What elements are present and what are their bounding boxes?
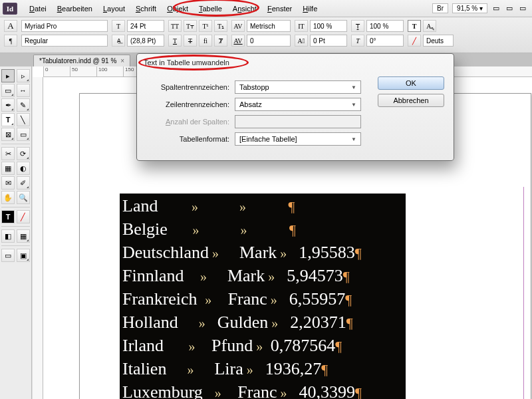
stroke-swatch[interactable]: ╱: [408, 35, 421, 47]
app-logo: Id: [3, 3, 17, 15]
screen-mode-icon[interactable]: ▭: [504, 3, 515, 14]
table-format-label: Tabellenformat:: [146, 135, 229, 143]
baseline-input[interactable]: 0 Pt: [310, 35, 347, 47]
vscale-input[interactable]: 100 %: [310, 20, 347, 32]
gradient-feather-tool[interactable]: ◐: [17, 162, 30, 175]
close-icon[interactable]: ×: [120, 57, 124, 65]
fill-color[interactable]: T: [1, 210, 15, 223]
superscript-button[interactable]: T¹: [199, 20, 212, 32]
ok-button[interactable]: OK: [378, 76, 444, 90]
allcaps-button[interactable]: TT: [168, 20, 182, 32]
direct-selection-tool[interactable]: ▹: [17, 69, 30, 82]
line-tool[interactable]: ╲: [17, 113, 30, 126]
rect-tool[interactable]: ▭: [17, 128, 30, 141]
hscale-input[interactable]: 100 %: [366, 20, 404, 32]
transform-tool[interactable]: ⟳: [17, 147, 30, 160]
stroke-color[interactable]: ╱: [17, 210, 30, 223]
page-tool[interactable]: ▭: [1, 84, 15, 97]
view-preview[interactable]: ▣: [17, 249, 30, 262]
zoom-tool[interactable]: 🔍: [17, 191, 30, 204]
strike-button[interactable]: T: [184, 35, 197, 47]
view-normal[interactable]: ▭: [1, 249, 15, 262]
leading-icon: A͟: [112, 35, 125, 47]
col-sep-select[interactable]: Tabstopp▼: [235, 80, 361, 94]
char-mode-button[interactable]: A: [4, 20, 17, 32]
gap-tool[interactable]: ↔: [17, 84, 30, 97]
menu-hilfe[interactable]: Hilfe: [297, 3, 323, 14]
nobreak-button[interactable]: T̷: [214, 35, 227, 47]
note-tool[interactable]: ✉: [1, 176, 15, 190]
hscale-icon: Ṯ: [351, 20, 364, 32]
font-size-input[interactable]: 24 Pt: [127, 20, 164, 32]
menu-objekt[interactable]: Objekt: [162, 3, 194, 14]
font-family-input[interactable]: Myriad Pro: [21, 20, 108, 32]
tracking-input[interactable]: 0: [247, 35, 291, 47]
num-cols-label: Anzahl der Spalten:: [146, 118, 229, 126]
arrange-icon[interactable]: ▭: [517, 3, 528, 14]
font-style-input[interactable]: Regular: [21, 35, 108, 47]
row-sep-select[interactable]: Absatz▼: [235, 98, 361, 111]
menu-tabelle[interactable]: Tabelle: [194, 3, 227, 14]
selection-tool[interactable]: ▸: [1, 69, 15, 82]
document-tab-title: *Tabulatoren.indd @ 91 %: [39, 57, 116, 65]
view-mode-icon[interactable]: ▭: [491, 3, 501, 14]
menu-ansicht[interactable]: Ansicht: [227, 3, 262, 14]
menu-bar: Id Datei Bearbeiten Layout Schrift Objek…: [0, 0, 532, 17]
menu-fenster[interactable]: Fenster: [262, 3, 297, 14]
col-sep-label: Spaltentrennzeichen:: [146, 83, 229, 91]
num-cols-input: [235, 115, 361, 128]
text-frame[interactable]: Land » » ¶Belgie » » ¶Deutschland » Mark…: [120, 194, 406, 399]
smallcaps-button[interactable]: Tᴛ: [184, 20, 197, 32]
baseline-icon: Aͣ: [295, 35, 308, 47]
menu-layout[interactable]: Layout: [98, 3, 130, 14]
control-strip: A ¶ Myriad Pro Regular T24 Pt A͟(28,8 Pt…: [0, 17, 532, 53]
pen-tool[interactable]: ✒: [1, 98, 15, 112]
underline-button[interactable]: T: [168, 35, 182, 47]
ligature-button[interactable]: fi: [199, 35, 212, 47]
charstyle-button[interactable]: A.✎: [423, 20, 436, 32]
tracking-icon: AV: [231, 35, 245, 47]
bridge-button[interactable]: Br: [432, 3, 448, 13]
rect-frame-tool[interactable]: ⊠: [1, 128, 15, 141]
hand-tool[interactable]: ✋: [1, 191, 15, 204]
fill-swatch[interactable]: T: [408, 20, 421, 32]
menu-datei[interactable]: Datei: [24, 3, 52, 14]
default-colors[interactable]: ◧: [1, 229, 15, 243]
convert-text-to-table-dialog: Text in Tabelle umwandeln Spaltentrennze…: [136, 53, 454, 161]
eyedropper-tool[interactable]: ✐: [17, 176, 30, 190]
para-mode-button[interactable]: ¶: [4, 35, 17, 47]
table-format-select[interactable]: [Einfache Tabelle]▼: [235, 132, 361, 146]
dialog-title: Text in Tabelle umwandeln: [137, 54, 454, 71]
toolbox: ▸ ▹ ▭ ↔ ✒ ✎ T ╲ ⊠ ▭ ✂ ⟳ ▦ ◐ ✉ ✐ ✋ 🔍 T ╱ …: [0, 66, 32, 399]
gradient-swatch-tool[interactable]: ▦: [1, 162, 15, 175]
font-size-icon: T: [112, 20, 125, 32]
type-tool[interactable]: T: [1, 113, 15, 126]
zoom-display[interactable]: 91,5 % ▾: [452, 3, 487, 13]
kerning-input[interactable]: Metrisch: [247, 20, 291, 32]
pencil-tool[interactable]: ✎: [17, 98, 30, 112]
scissors-tool[interactable]: ✂: [1, 147, 15, 160]
kerning-icon: AV: [231, 20, 245, 32]
menu-bearbeiten[interactable]: Bearbeiten: [52, 3, 98, 14]
cancel-button[interactable]: Abbrechen: [378, 94, 444, 107]
menu-schrift[interactable]: Schrift: [130, 3, 162, 14]
subscript-button[interactable]: T₁: [214, 20, 227, 32]
skew-input[interactable]: 0°: [366, 35, 404, 47]
ruler-vertical: [33, 77, 43, 399]
language-input[interactable]: Deuts: [423, 35, 454, 47]
leading-input[interactable]: (28,8 Pt): [127, 35, 164, 47]
apply-color[interactable]: ▦: [17, 229, 30, 243]
skew-icon: T: [351, 35, 364, 47]
vscale-icon: IT: [295, 20, 308, 32]
row-sep-label: Zeilentrennzeichen:: [146, 100, 229, 108]
document-tab[interactable]: *Tabulatoren.indd @ 91 % ×: [33, 55, 130, 66]
